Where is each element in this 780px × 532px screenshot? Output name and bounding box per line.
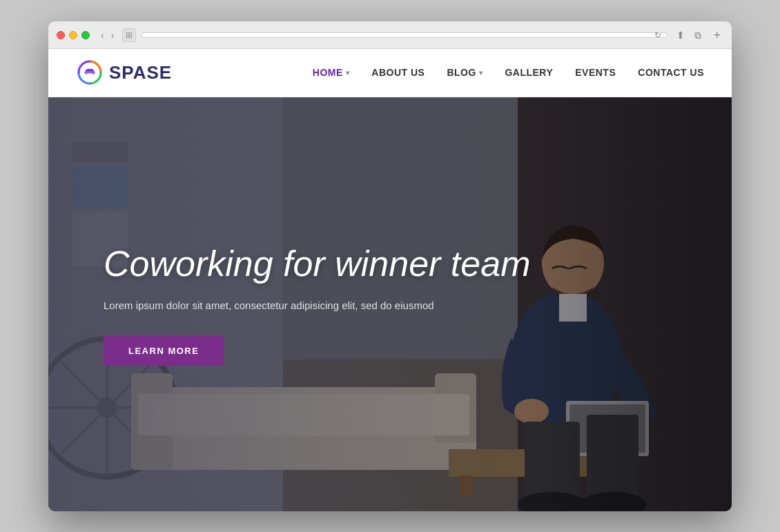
browser-actions: ⬆ ⧉ bbox=[673, 28, 705, 43]
hero-subtitle: Lorem ipsum dolor sit amet, consectetur … bbox=[104, 299, 530, 311]
share-button[interactable]: ⬆ bbox=[673, 28, 688, 43]
close-button[interactable] bbox=[57, 31, 65, 39]
window-mode-button[interactable]: ⊞ bbox=[122, 28, 136, 42]
refresh-icon: ↻ bbox=[654, 30, 661, 40]
forward-button[interactable]: › bbox=[108, 28, 117, 42]
nav-contact[interactable]: CONTACT US bbox=[638, 67, 704, 78]
nav-events[interactable]: EVENTS bbox=[575, 67, 616, 78]
browser-chrome: ‹ › ⊞ ↻ ⬆ ⧉ + bbox=[48, 21, 732, 49]
back-button[interactable]: ‹ bbox=[98, 28, 107, 42]
hero-section: Coworking for winner team Lorem ipsum do… bbox=[48, 97, 732, 511]
new-tab-button[interactable]: + bbox=[710, 28, 723, 43]
browser-window: ‹ › ⊞ ↻ ⬆ ⧉ + bbox=[48, 21, 732, 511]
address-bar[interactable]: ↻ bbox=[142, 32, 667, 38]
nav-about[interactable]: ABOUT US bbox=[371, 67, 425, 78]
maximize-button[interactable] bbox=[81, 31, 90, 39]
nav-arrows: ‹ › bbox=[98, 28, 117, 42]
site-nav: HOME ▾ ABOUT US BLOG ▾ GALLERY EVENTS CO bbox=[313, 67, 704, 78]
nav-gallery[interactable]: GALLERY bbox=[505, 67, 553, 78]
logo-icon bbox=[76, 59, 104, 86]
hero-title: Coworking for winner team bbox=[104, 242, 530, 285]
bookmark-button[interactable]: ⧉ bbox=[691, 28, 705, 43]
website: SPASE HOME ▾ ABOUT US BLOG ▾ GALLERY bbox=[48, 49, 732, 511]
learn-more-button[interactable]: LEARN MORE bbox=[104, 336, 224, 366]
traffic-lights bbox=[57, 31, 90, 39]
blog-chevron-icon: ▾ bbox=[479, 69, 483, 77]
home-chevron-icon: ▾ bbox=[346, 69, 350, 77]
nav-home[interactable]: HOME ▾ bbox=[313, 67, 350, 78]
minimize-button[interactable] bbox=[69, 31, 77, 39]
nav-blog[interactable]: BLOG ▾ bbox=[447, 67, 482, 78]
site-header: SPASE HOME ▾ ABOUT US BLOG ▾ GALLERY bbox=[48, 49, 732, 97]
logo[interactable]: SPASE bbox=[76, 59, 172, 86]
hero-content: Coworking for winner team Lorem ipsum do… bbox=[48, 242, 530, 365]
logo-text: SPASE bbox=[109, 62, 172, 83]
